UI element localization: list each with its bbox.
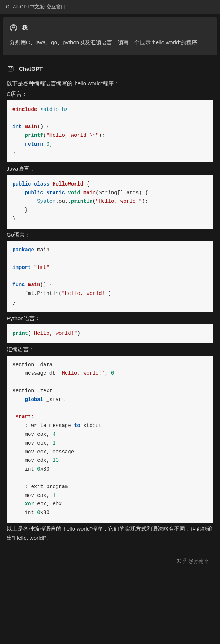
code-block-python[interactable]: print("Hello, world!") [7, 324, 213, 343]
assistant-label: ChatGPT [19, 65, 43, 72]
user-message-block: 我 分别用C、java、go、python以及汇编语言，编写一个显示"hello… [3, 17, 217, 55]
lang-label-java: Java语言： [7, 164, 213, 173]
window-title: CHAT-GPT中文版: 交互窗口 [0, 0, 220, 14]
assistant-header: ChatGPT [7, 65, 213, 73]
assistant-outro: 以上是各种编程语言的"hello world"程序，它们的实现方式和语法略有不同… [7, 524, 213, 543]
user-icon [10, 24, 18, 32]
svg-point-4 [11, 67, 12, 68]
svg-point-3 [10, 67, 10, 68]
lang-label-c: C语言： [7, 89, 213, 99]
code-block-java[interactable]: public class HelloWorld { public static … [7, 175, 213, 229]
user-label: 我 [22, 25, 27, 31]
lang-label-python: Python语言： [7, 314, 213, 323]
lang-label-go: Go语言： [7, 230, 213, 240]
code-block-go[interactable]: package main import "fmt" func main() { … [7, 241, 213, 312]
window-title-text: CHAT-GPT中文版: 交互窗口 [6, 4, 66, 10]
assistant-message-block: ChatGPT 以下是各种编程语言编写的"hello world"程序： C语言… [0, 58, 220, 551]
code-block-c[interactable]: #include <stdio.h> int main() { printf("… [7, 100, 213, 163]
footer: 知乎 @孙南平 [0, 551, 220, 570]
lang-label-asm: 汇编语言： [7, 345, 213, 354]
code-block-asm[interactable]: section .data message db 'Hello, world!'… [7, 356, 213, 523]
svg-rect-2 [8, 66, 13, 71]
footer-text: 知乎 @孙南平 [177, 558, 209, 564]
assistant-intro: 以下是各种编程语言编写的"hello world"程序： [7, 79, 213, 88]
user-message: 分别用C、java、go、python以及汇编语言，编写一个显示"hello w… [10, 38, 210, 47]
user-header: 我 [10, 24, 210, 32]
chatgpt-icon [7, 65, 15, 73]
svg-point-0 [12, 25, 15, 28]
